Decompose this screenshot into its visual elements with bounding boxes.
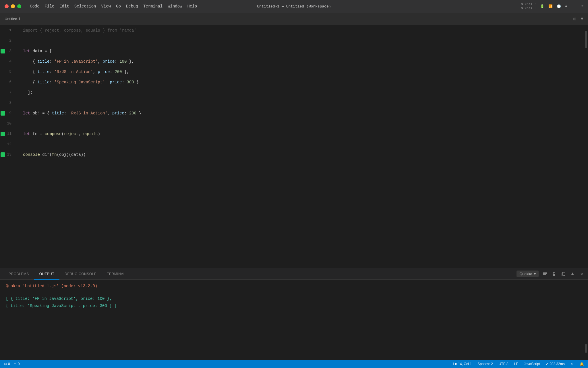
line-number-4: 4 (0, 56, 17, 67)
line-number-13: 13 (0, 150, 17, 160)
svg-rect-0 (543, 272, 547, 273)
tab-output[interactable]: OUTPUT (34, 268, 59, 280)
line-ending[interactable]: LF (514, 362, 518, 366)
clear-output-icon[interactable] (542, 271, 548, 277)
svg-rect-3 (553, 274, 555, 276)
indentation[interactable]: Spaces: 2 (477, 362, 493, 366)
notification-icon[interactable]: 🔔 (580, 362, 584, 366)
line-number-11: 11 (0, 129, 17, 139)
code-line-3: 3 let data = [ (0, 46, 584, 56)
code-line-9: 9 let obj = { title: 'RxJS in Action', p… (0, 108, 584, 118)
window-menu-item[interactable]: Window (168, 4, 182, 9)
error-icon: ⊗ (4, 362, 7, 366)
quokka-dot-13 (1, 152, 5, 157)
wifi-icon: 📶 (548, 4, 553, 9)
code-line-8: 8 (0, 98, 584, 108)
debug-menu-item[interactable]: Debug (126, 4, 138, 9)
close-panel-icon[interactable]: ✕ (579, 271, 585, 277)
clock-icon: 🕐 (557, 4, 561, 9)
line-number-10: 10 (0, 118, 17, 129)
tab-problems[interactable]: PROBLEMS (3, 268, 34, 280)
line-code-4: { title: 'FP in JavaScript', price: 100 … (17, 56, 584, 67)
statusbar-left: ⊗ 0 ⚠ 0 (4, 362, 20, 366)
line-number-2: 2 (0, 36, 17, 46)
quokka-dot-9 (1, 111, 5, 116)
code-line-4: 4 { title: 'FP in JavaScript', price: 10… (0, 56, 584, 67)
panel-tabs-group: PROBLEMS OUTPUT DEBUG CONSOLE TERMINAL (3, 268, 131, 280)
line-number-7: 7 (0, 87, 17, 98)
warning-icon: ⚠ (13, 362, 17, 366)
encoding[interactable]: UTF-8 (499, 362, 508, 366)
panel-scrollbar-thumb[interactable] (585, 344, 587, 353)
terminal-menu-item[interactable]: Terminal (143, 4, 163, 9)
selection-menu-item[interactable]: Selection (74, 4, 96, 9)
go-menu-item[interactable]: Go (116, 4, 121, 9)
quokka-dot-3 (1, 49, 5, 53)
list-icon: ≡ (581, 4, 583, 8)
active-tab[interactable]: Untitled-1 (5, 17, 21, 21)
fullscreen-button[interactable] (17, 4, 21, 8)
finder-icon: ● (565, 4, 567, 8)
quokka-dot-11 (1, 132, 5, 136)
split-editor-icon[interactable]: ⊞ (573, 16, 576, 22)
panel-scrollbar[interactable] (584, 281, 588, 352)
error-count[interactable]: ⊗ 0 ⚠ 0 (4, 362, 20, 366)
help-menu-item[interactable]: Help (187, 4, 197, 9)
code-line-2: 2 (0, 36, 584, 46)
quokka-header: Quokka 'Untitled-1.js' (node: v13.2.0) (6, 284, 582, 288)
titlebar-right: 0 KB/s ↑0 KB/s ↓ 🔋 📶 🕐 ● ··· ≡ (521, 2, 583, 11)
tab-debug-console[interactable]: DEBUG CONSOLE (59, 268, 102, 280)
code-line-1: 1 import { reject, compose, equals } fro… (0, 25, 584, 36)
window-title: Untitled-1 — Untitled (Workspace) (257, 4, 331, 9)
code-line-12: 12 (0, 139, 584, 150)
titlebar: Code File Edit Selection View Go Debug T… (0, 0, 588, 13)
panel-actions: Quokka ▾ ▲ ✕ (517, 271, 585, 277)
code-editor[interactable]: 1 import { reject, compose, equals } fro… (0, 25, 588, 268)
line-code-7: ]; (17, 87, 584, 98)
copy-icon[interactable] (560, 271, 566, 277)
line-number-3: 3 (0, 46, 17, 56)
language-mode[interactable]: JavaScript (524, 362, 540, 366)
svg-rect-2 (543, 274, 546, 275)
code-menu-item[interactable]: Code (30, 4, 40, 9)
line-code-5: { title: 'RxJS in Action', price: 200 }, (17, 67, 584, 77)
output-line-2: { title: 'Speaking JavaScript', price: 3… (6, 302, 582, 310)
code-line-5: 5 { title: 'RxJS in Action', price: 200 … (0, 67, 584, 77)
svg-rect-5 (562, 272, 565, 275)
code-line-11: 11 let fn = compose(reject, equals) (0, 129, 584, 139)
scrollbar-thumb[interactable] (585, 31, 587, 48)
network-speed: 0 KB/s ↑0 KB/s ↓ (521, 2, 536, 11)
statusbar-right: Ln 14, Col 1 Spaces: 2 UTF-8 LF JavaScri… (453, 362, 584, 366)
smiley-icon[interactable]: ☺ (570, 362, 574, 366)
statusbar: ⊗ 0 ⚠ 0 Ln 14, Col 1 Spaces: 2 UTF-8 LF … (0, 360, 588, 368)
close-button[interactable] (5, 4, 9, 8)
panel-content: Quokka 'Untitled-1.js' (node: v13.2.0) [… (0, 280, 588, 360)
file-menu-item[interactable]: File (45, 4, 55, 9)
panel-tab-bar: PROBLEMS OUTPUT DEBUG CONSOLE TERMINAL Q… (0, 268, 588, 280)
edit-menu-item[interactable]: Edit (59, 4, 69, 9)
code-line-6: 6 { title: 'Speaking JavaScript', price:… (0, 77, 584, 87)
line-code-3: let data = [ (17, 46, 584, 56)
view-menu-item[interactable]: View (101, 4, 111, 9)
code-line-13: 13 console.dir(fn(obj)(data)) (0, 150, 584, 160)
tab-bar-icons: ⊞ ● (573, 16, 583, 22)
minimize-button[interactable] (11, 4, 15, 8)
code-line-10: 10 (0, 118, 584, 129)
line-number-6: 6 (0, 77, 17, 87)
battery-icon: 🔋 (540, 4, 544, 9)
line-number-8: 8 (0, 98, 17, 108)
cursor-position[interactable]: Ln 14, Col 1 (453, 362, 472, 366)
dot-icon: ● (581, 16, 583, 22)
line-number-9: 9 (0, 108, 17, 118)
dropdown-label: Quokka (519, 272, 532, 276)
bottom-panel: PROBLEMS OUTPUT DEBUG CONSOLE TERMINAL Q… (0, 268, 588, 360)
editor-scrollbar[interactable] (584, 25, 588, 268)
more-icon: ··· (571, 4, 577, 8)
output-source-dropdown[interactable]: Quokka ▾ (517, 271, 539, 277)
tab-terminal[interactable]: TERMINAL (102, 268, 131, 280)
line-code-6: { title: 'Speaking JavaScript', price: 3… (17, 77, 584, 87)
chevron-up-icon[interactable]: ▲ (570, 271, 575, 277)
line-code-1: import { reject, compose, equals } from … (17, 25, 584, 36)
lock-icon[interactable] (551, 271, 557, 277)
line-number-1: 1 (0, 25, 17, 36)
